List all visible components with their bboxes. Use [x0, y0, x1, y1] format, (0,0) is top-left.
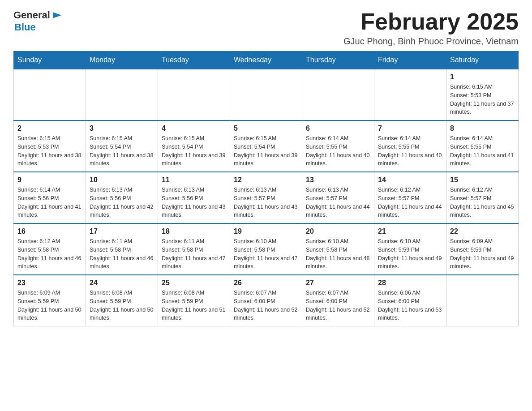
svg-marker-0 [53, 12, 62, 18]
calendar-cell [86, 69, 158, 120]
calendar-subtitle: GJuc Phong, Binh Phuoc Province, Vietnam [343, 36, 519, 47]
calendar-cell: 1Sunrise: 6:15 AMSunset: 5:53 PMDaylight… [446, 69, 519, 120]
day-info: Sunrise: 6:12 AMSunset: 5:57 PMDaylight:… [450, 186, 515, 219]
calendar-cell: 13Sunrise: 6:13 AMSunset: 5:57 PMDayligh… [302, 172, 374, 223]
calendar-week-3: 9Sunrise: 6:14 AMSunset: 5:56 PMDaylight… [14, 172, 519, 223]
day-info: Sunrise: 6:12 AMSunset: 5:58 PMDaylight:… [17, 237, 82, 271]
day-info: Sunrise: 6:08 AMSunset: 5:59 PMDaylight:… [162, 289, 226, 322]
calendar-cell [14, 69, 86, 120]
calendar-cell: 24Sunrise: 6:08 AMSunset: 5:59 PMDayligh… [86, 275, 158, 326]
calendar-week-2: 2Sunrise: 6:15 AMSunset: 5:53 PMDaylight… [14, 120, 519, 172]
day-number: 9 [17, 176, 82, 184]
day-number: 23 [17, 279, 82, 287]
day-info: Sunrise: 6:09 AMSunset: 5:59 PMDaylight:… [17, 289, 82, 322]
day-number: 27 [306, 279, 370, 287]
day-number: 17 [90, 227, 154, 235]
title-section: February 2025 GJuc Phong, Binh Phuoc Pro… [343, 9, 519, 47]
day-number: 13 [306, 176, 370, 184]
calendar-cell: 20Sunrise: 6:10 AMSunset: 5:58 PMDayligh… [302, 223, 374, 275]
day-info: Sunrise: 6:11 AMSunset: 5:58 PMDaylight:… [162, 237, 226, 271]
day-number: 16 [17, 227, 82, 235]
calendar-cell [230, 69, 302, 120]
day-info: Sunrise: 6:14 AMSunset: 5:56 PMDaylight:… [17, 186, 82, 219]
calendar-cell [158, 69, 230, 120]
day-info: Sunrise: 6:13 AMSunset: 5:57 PMDaylight:… [234, 186, 298, 219]
day-info: Sunrise: 6:09 AMSunset: 5:59 PMDaylight:… [450, 237, 515, 271]
calendar-cell: 16Sunrise: 6:12 AMSunset: 5:58 PMDayligh… [14, 223, 86, 275]
day-info: Sunrise: 6:14 AMSunset: 5:55 PMDaylight:… [306, 134, 370, 168]
calendar-cell: 14Sunrise: 6:12 AMSunset: 5:57 PMDayligh… [374, 172, 446, 223]
day-number: 11 [162, 176, 226, 184]
logo: General Blue [13, 9, 64, 33]
weekday-header-sunday: Sunday [14, 51, 86, 69]
weekday-header-monday: Monday [86, 51, 158, 69]
day-info: Sunrise: 6:07 AMSunset: 6:00 PMDaylight:… [234, 289, 298, 322]
day-number: 5 [234, 124, 298, 133]
calendar-cell: 3Sunrise: 6:15 AMSunset: 5:54 PMDaylight… [86, 120, 158, 172]
day-number: 25 [162, 279, 226, 287]
logo-blue-text: Blue [14, 21, 36, 33]
calendar-cell: 12Sunrise: 6:13 AMSunset: 5:57 PMDayligh… [230, 172, 302, 223]
day-number: 2 [17, 124, 82, 133]
calendar-cell: 23Sunrise: 6:09 AMSunset: 5:59 PMDayligh… [14, 275, 86, 326]
day-number: 26 [234, 279, 298, 287]
calendar-cell: 22Sunrise: 6:09 AMSunset: 5:59 PMDayligh… [446, 223, 519, 275]
weekday-header-saturday: Saturday [446, 51, 519, 69]
calendar-cell: 4Sunrise: 6:15 AMSunset: 5:54 PMDaylight… [158, 120, 230, 172]
day-number: 8 [450, 124, 515, 133]
calendar-cell: 5Sunrise: 6:15 AMSunset: 5:54 PMDaylight… [230, 120, 302, 172]
day-number: 14 [378, 176, 442, 184]
day-number: 3 [90, 124, 154, 133]
day-number: 6 [306, 124, 370, 133]
day-info: Sunrise: 6:10 AMSunset: 5:58 PMDaylight:… [234, 237, 298, 271]
page-header: General Blue February 2025 GJuc Phong, B… [13, 9, 519, 47]
calendar-cell: 11Sunrise: 6:13 AMSunset: 5:56 PMDayligh… [158, 172, 230, 223]
calendar-cell: 18Sunrise: 6:11 AMSunset: 5:58 PMDayligh… [158, 223, 230, 275]
day-info: Sunrise: 6:13 AMSunset: 5:57 PMDaylight:… [306, 186, 370, 219]
weekday-header-friday: Friday [374, 51, 446, 69]
day-number: 15 [450, 176, 515, 184]
calendar-cell [446, 275, 519, 326]
calendar-cell [374, 69, 446, 120]
day-info: Sunrise: 6:14 AMSunset: 5:55 PMDaylight:… [378, 134, 442, 168]
day-info: Sunrise: 6:10 AMSunset: 5:58 PMDaylight:… [306, 237, 370, 271]
calendar-title: February 2025 [343, 9, 519, 34]
calendar-cell: 27Sunrise: 6:07 AMSunset: 6:00 PMDayligh… [302, 275, 374, 326]
day-number: 10 [90, 176, 154, 184]
day-number: 12 [234, 176, 298, 184]
calendar-table: SundayMondayTuesdayWednesdayThursdayFrid… [13, 51, 519, 326]
day-info: Sunrise: 6:06 AMSunset: 6:00 PMDaylight:… [378, 289, 442, 322]
calendar-cell: 25Sunrise: 6:08 AMSunset: 5:59 PMDayligh… [158, 275, 230, 326]
weekday-header-wednesday: Wednesday [230, 51, 302, 69]
calendar-cell: 8Sunrise: 6:14 AMSunset: 5:55 PMDaylight… [446, 120, 519, 172]
calendar-cell [302, 69, 374, 120]
day-info: Sunrise: 6:15 AMSunset: 5:54 PMDaylight:… [162, 134, 226, 168]
calendar-cell: 10Sunrise: 6:13 AMSunset: 5:56 PMDayligh… [86, 172, 158, 223]
day-number: 4 [162, 124, 226, 133]
day-info: Sunrise: 6:14 AMSunset: 5:55 PMDaylight:… [450, 134, 515, 168]
day-number: 28 [378, 279, 442, 287]
day-info: Sunrise: 6:07 AMSunset: 6:00 PMDaylight:… [306, 289, 370, 322]
calendar-cell: 6Sunrise: 6:14 AMSunset: 5:55 PMDaylight… [302, 120, 374, 172]
logo-general-text: General [13, 9, 50, 21]
calendar-cell: 21Sunrise: 6:10 AMSunset: 5:59 PMDayligh… [374, 223, 446, 275]
day-number: 19 [234, 227, 298, 235]
day-info: Sunrise: 6:15 AMSunset: 5:53 PMDaylight:… [450, 83, 515, 116]
day-number: 1 [450, 73, 515, 81]
day-number: 7 [378, 124, 442, 133]
calendar-cell: 28Sunrise: 6:06 AMSunset: 6:00 PMDayligh… [374, 275, 446, 326]
calendar-header-row: SundayMondayTuesdayWednesdayThursdayFrid… [14, 51, 519, 69]
calendar-week-1: 1Sunrise: 6:15 AMSunset: 5:53 PMDaylight… [14, 69, 519, 120]
day-info: Sunrise: 6:15 AMSunset: 5:54 PMDaylight:… [90, 134, 154, 168]
calendar-cell: 9Sunrise: 6:14 AMSunset: 5:56 PMDaylight… [14, 172, 86, 223]
day-number: 20 [306, 227, 370, 235]
calendar-week-4: 16Sunrise: 6:12 AMSunset: 5:58 PMDayligh… [14, 223, 519, 275]
day-info: Sunrise: 6:12 AMSunset: 5:57 PMDaylight:… [378, 186, 442, 219]
day-number: 24 [90, 279, 154, 287]
day-info: Sunrise: 6:10 AMSunset: 5:59 PMDaylight:… [378, 237, 442, 271]
day-info: Sunrise: 6:15 AMSunset: 5:54 PMDaylight:… [234, 134, 298, 168]
day-info: Sunrise: 6:13 AMSunset: 5:56 PMDaylight:… [90, 186, 154, 219]
weekday-header-thursday: Thursday [302, 51, 374, 69]
day-info: Sunrise: 6:08 AMSunset: 5:59 PMDaylight:… [90, 289, 154, 322]
day-number: 18 [162, 227, 226, 235]
